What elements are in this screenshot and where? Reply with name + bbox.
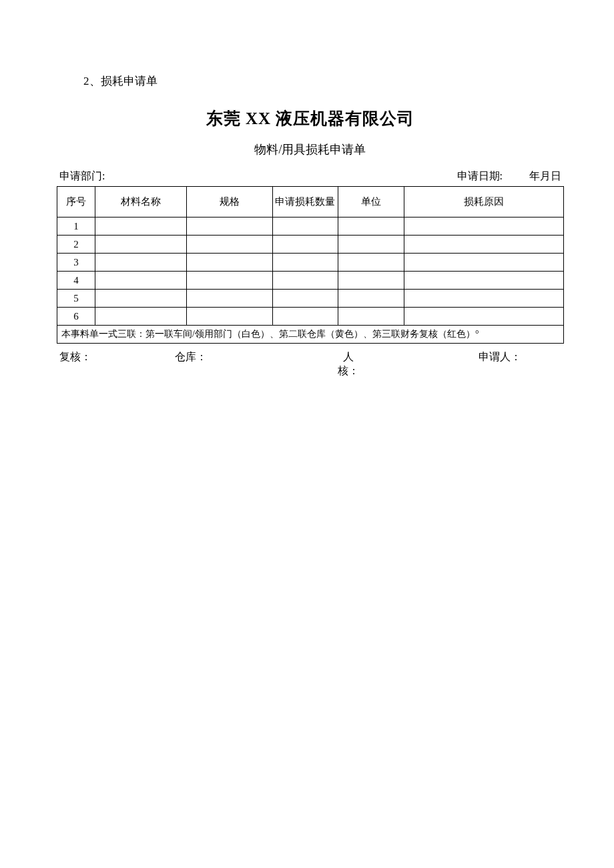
cell-unit bbox=[338, 308, 404, 326]
applicant-label: 申谓人： bbox=[406, 350, 561, 378]
cell-name bbox=[95, 272, 186, 290]
cell-seq: 1 bbox=[57, 218, 95, 236]
header-name: 材料名称 bbox=[95, 187, 186, 218]
cell-reason bbox=[404, 218, 563, 236]
form-top-row: 申请部门: 申请日期: 年月日 bbox=[57, 169, 564, 183]
cell-spec bbox=[186, 236, 272, 254]
check-label: 人 核： bbox=[290, 350, 406, 378]
company-title: 东莞 XX 液压机器有限公司 bbox=[57, 107, 564, 129]
form-bottom-row: 复核： 仓库： 人 核： 申谓人： bbox=[57, 350, 564, 378]
cell-unit bbox=[338, 218, 404, 236]
cell-spec bbox=[186, 308, 272, 326]
cell-qty bbox=[272, 236, 338, 254]
review-label: 复核： bbox=[59, 350, 175, 378]
cell-name bbox=[95, 254, 186, 272]
table-row: 4 bbox=[57, 272, 564, 290]
cell-name bbox=[95, 290, 186, 308]
form-title: 物料/用具损耗申请单 bbox=[57, 141, 564, 157]
cell-qty bbox=[272, 308, 338, 326]
loss-request-table: 序号 材料名称 规格 申请损耗数量 单位 损耗原因 123456 本事料单一式三… bbox=[57, 186, 564, 344]
cell-spec bbox=[186, 218, 272, 236]
dept-label: 申请部门: bbox=[59, 169, 457, 183]
check-line2: 核： bbox=[290, 364, 406, 378]
table-row: 1 bbox=[57, 218, 564, 236]
cell-spec bbox=[186, 254, 272, 272]
header-seq: 序号 bbox=[57, 187, 95, 218]
cell-qty bbox=[272, 290, 338, 308]
check-line1: 人 bbox=[290, 350, 406, 364]
cell-seq: 4 bbox=[57, 272, 95, 290]
date-value: 年月日 bbox=[529, 169, 561, 183]
cell-name bbox=[95, 218, 186, 236]
table-row: 6 bbox=[57, 308, 564, 326]
cell-qty bbox=[272, 254, 338, 272]
cell-reason bbox=[404, 290, 563, 308]
section-header: 2、损耗申请单 bbox=[83, 73, 564, 89]
cell-reason bbox=[404, 254, 563, 272]
table-header-row: 序号 材料名称 规格 申请损耗数量 单位 损耗原因 bbox=[57, 187, 564, 218]
header-reason: 损耗原因 bbox=[404, 187, 563, 218]
date-label: 申请日期: bbox=[457, 169, 503, 183]
cell-seq: 5 bbox=[57, 290, 95, 308]
cell-seq: 3 bbox=[57, 254, 95, 272]
footer-note: 本事料单一式三联：第一联车间/领用部门（白色）、第二联仓库（黄色）、第三联财务复… bbox=[57, 326, 564, 344]
cell-name bbox=[95, 308, 186, 326]
cell-qty bbox=[272, 218, 338, 236]
header-unit: 单位 bbox=[338, 187, 404, 218]
cell-reason bbox=[404, 272, 563, 290]
warehouse-label: 仓库： bbox=[175, 350, 290, 378]
table-row: 2 bbox=[57, 236, 564, 254]
cell-unit bbox=[338, 254, 404, 272]
table-footer-row: 本事料单一式三联：第一联车间/领用部门（白色）、第二联仓库（黄色）、第三联财务复… bbox=[57, 326, 564, 344]
cell-name bbox=[95, 236, 186, 254]
header-qty: 申请损耗数量 bbox=[272, 187, 338, 218]
header-spec: 规格 bbox=[186, 187, 272, 218]
cell-unit bbox=[338, 272, 404, 290]
cell-seq: 6 bbox=[57, 308, 95, 326]
cell-qty bbox=[272, 272, 338, 290]
cell-reason bbox=[404, 308, 563, 326]
table-row: 3 bbox=[57, 254, 564, 272]
table-row: 5 bbox=[57, 290, 564, 308]
cell-reason bbox=[404, 236, 563, 254]
cell-seq: 2 bbox=[57, 236, 95, 254]
cell-unit bbox=[338, 236, 404, 254]
cell-unit bbox=[338, 290, 404, 308]
cell-spec bbox=[186, 290, 272, 308]
cell-spec bbox=[186, 272, 272, 290]
